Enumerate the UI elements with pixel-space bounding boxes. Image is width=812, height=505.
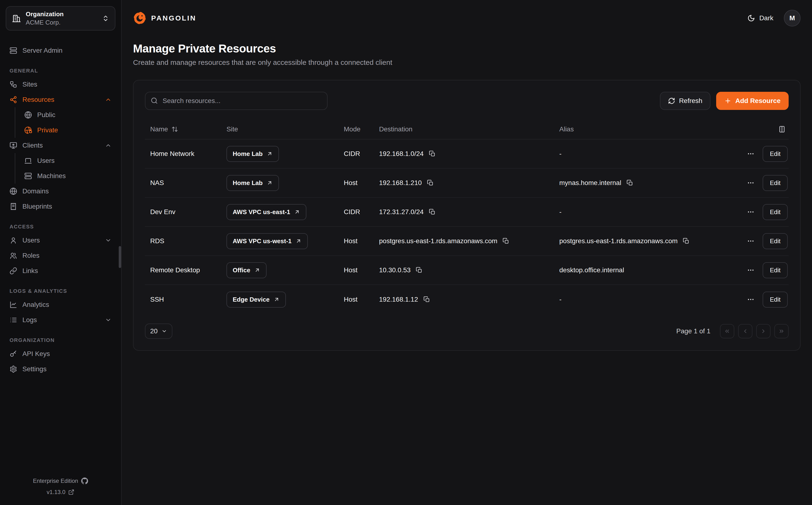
org-switcher-label: Organization <box>26 10 97 18</box>
version-link[interactable]: v1.13.0 <box>6 489 116 495</box>
row-menu-button[interactable] <box>746 149 756 159</box>
copy-icon <box>683 238 689 244</box>
destination-copy-button[interactable] <box>428 208 436 216</box>
sidebar-item-private[interactable]: Private <box>20 123 116 138</box>
sidebar-scrollbar-thumb[interactable] <box>119 246 121 268</box>
sidebar-item-label: Public <box>37 111 112 119</box>
monitor-up-icon <box>10 142 17 149</box>
previous-page-button[interactable] <box>738 324 752 338</box>
chevron-left-icon <box>742 328 748 334</box>
site-link-button[interactable]: AWS VPC us-west-1 <box>226 233 308 249</box>
sidebar-item-blueprints[interactable]: Blueprints <box>6 199 116 214</box>
sidebar-item-roles[interactable]: Roles <box>6 248 116 263</box>
resource-destination: 172.31.27.0/24 <box>379 208 424 216</box>
destination-copy-button[interactable] <box>426 179 435 187</box>
sidebar-item-users[interactable]: Users <box>6 233 116 248</box>
resource-alias: - <box>559 208 562 216</box>
globe-icon <box>24 111 32 119</box>
pagination-bar: 20 Page 1 of 1 <box>145 324 789 339</box>
site-link-button[interactable]: Edge Device <box>226 292 286 308</box>
resource-destination: postgres.us-east-1.rds.amazonaws.com <box>379 237 497 245</box>
sidebar-item-server-admin[interactable]: Server Admin <box>6 43 116 58</box>
sidebar-item-settings[interactable]: Settings <box>6 361 116 377</box>
table-row: Home Network Home Lab CIDR 192.168.1.0/2… <box>145 140 789 169</box>
site-link-button[interactable]: AWS VPC us-east-1 <box>226 204 307 220</box>
destination-copy-button[interactable] <box>428 150 436 158</box>
page-size-select[interactable]: 20 <box>145 324 172 339</box>
row-menu-button[interactable] <box>746 295 756 304</box>
row-menu-button[interactable] <box>746 178 756 188</box>
add-resource-button[interactable]: Add Resource <box>716 92 789 110</box>
ellipsis-icon <box>747 296 755 303</box>
row-menu-button[interactable] <box>746 266 756 275</box>
page-subtitle: Create and manage resources that are onl… <box>133 58 801 66</box>
alias-copy-button[interactable] <box>682 237 690 245</box>
edit-button[interactable]: Edit <box>763 262 788 278</box>
search-input[interactable] <box>145 92 328 110</box>
page-info: Page 1 of 1 <box>676 327 710 335</box>
first-page-button[interactable] <box>720 324 734 338</box>
last-page-button[interactable] <box>774 324 789 338</box>
sidebar-item-clients[interactable]: Clients <box>6 138 116 153</box>
key-icon <box>10 350 17 358</box>
sidebar-item-api-keys[interactable]: API Keys <box>6 346 116 361</box>
sidebar-item-label: Private <box>37 126 112 134</box>
site-link-button[interactable]: Home Lab <box>226 175 279 191</box>
laptop-icon <box>24 157 32 165</box>
edition-link[interactable]: Enterprise Edition <box>6 477 116 485</box>
sidebar-footer: Enterprise Edition v1.13.0 <box>6 477 116 497</box>
avatar[interactable]: M <box>784 10 801 26</box>
site-link-button[interactable]: Home Lab <box>226 146 279 162</box>
sidebar-item-resources[interactable]: Resources <box>6 92 116 107</box>
site-name: AWS VPC us-east-1 <box>233 208 290 216</box>
edit-button[interactable]: Edit <box>763 204 788 220</box>
sidebar-item-label: Links <box>22 267 112 275</box>
sidebar-item-machines[interactable]: Machines <box>20 168 116 184</box>
org-switcher[interactable]: Organization ACME Corp. <box>6 6 116 30</box>
sidebar-item-label: Clients <box>22 142 99 149</box>
theme-toggle[interactable]: Dark <box>747 14 773 22</box>
edit-button[interactable]: Edit <box>763 233 788 249</box>
resources-subnav: Public Private <box>15 107 116 138</box>
row-menu-button[interactable] <box>746 207 756 217</box>
table-row: RDS AWS VPC us-west-1 Host postgres.us-e… <box>145 227 789 256</box>
sidebar-item-public[interactable]: Public <box>20 107 116 123</box>
row-menu-button[interactable] <box>746 236 756 246</box>
site-link-button[interactable]: Office <box>226 262 266 278</box>
resources-table: Name Site Mode Destination Alias Home Ne… <box>145 120 789 314</box>
refresh-button[interactable]: Refresh <box>660 92 710 110</box>
sidebar-item-client-users[interactable]: Users <box>20 153 116 168</box>
ellipsis-icon <box>747 150 755 158</box>
sidebar-item-analytics[interactable]: Analytics <box>6 297 116 312</box>
next-page-button[interactable] <box>756 324 771 338</box>
resource-destination: 192.168.1.210 <box>379 179 422 187</box>
column-header-name[interactable]: Name <box>145 126 221 133</box>
pagination-buttons <box>720 324 789 338</box>
column-settings-button[interactable] <box>778 126 786 133</box>
chevron-down-icon <box>105 317 112 323</box>
resource-mode: Host <box>339 179 374 187</box>
section-heading-organization: ORGANIZATION <box>10 337 112 343</box>
site-name: Office <box>233 267 250 274</box>
destination-copy-button[interactable] <box>415 266 423 275</box>
edit-button[interactable]: Edit <box>763 292 788 308</box>
topbar: PANGOLIN Dark M <box>133 9 801 28</box>
copy-icon <box>416 267 422 274</box>
destination-copy-button[interactable] <box>501 237 510 245</box>
sidebar-item-domains[interactable]: Domains <box>6 184 116 199</box>
copy-icon <box>429 209 436 215</box>
site-name: Home Lab <box>233 179 263 187</box>
resource-mode: Host <box>339 237 374 245</box>
avatar-initial: M <box>789 14 795 22</box>
app-root: Organization ACME Corp. Server Admin GEN… <box>0 0 812 505</box>
sidebar-item-sites[interactable]: Sites <box>6 77 116 92</box>
edit-button[interactable]: Edit <box>763 175 788 191</box>
sidebar-item-logs[interactable]: Logs <box>6 312 116 328</box>
alias-copy-button[interactable] <box>626 179 634 187</box>
destination-copy-button[interactable] <box>422 295 431 304</box>
column-header-destination: Destination <box>374 126 554 133</box>
edit-button[interactable]: Edit <box>763 146 788 162</box>
building-icon <box>12 14 21 23</box>
refresh-icon <box>668 97 675 105</box>
sidebar-item-links[interactable]: Links <box>6 263 116 279</box>
